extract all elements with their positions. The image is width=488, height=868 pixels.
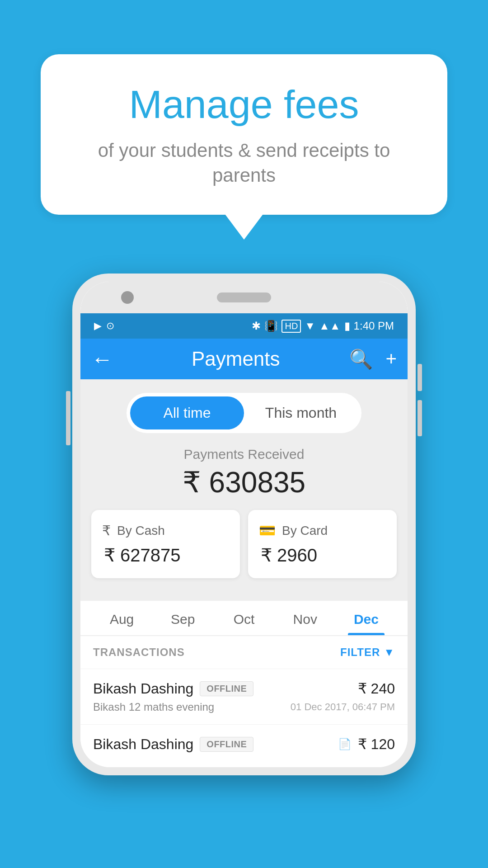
transaction-bottom: Bikash 12 maths evening 01 Dec 2017, 06:… [93,701,395,713]
play-icon: ▶ [94,320,102,332]
card-icon: 💳 [259,523,276,538]
hero-title: Manage fees [77,81,411,127]
back-button[interactable]: ← [91,347,113,372]
filter-icon: ▼ [384,646,395,659]
transaction-name: Bikash Dashing [93,680,193,697]
status-icons-left: ▶ ⊙ [94,320,114,332]
phone-container: ▶ ⊙ ✱ 📳 HD ▼ ▲▲ ▮ 1:40 PM ← Payments [0,274,488,775]
tab-aug[interactable]: Aug [91,601,152,635]
transaction-top-2: Bikash Dashing OFFLINE 📄 ₹ 120 [93,736,395,753]
app-title: Payments [122,348,349,370]
payments-total-amount: ₹ 630835 [91,466,397,499]
add-button[interactable]: + [385,348,397,370]
month-tabs: Aug Sep Oct Nov Dec [80,601,408,636]
bluetooth-icon: ✱ [252,320,261,332]
by-card-label: By Card [282,524,328,538]
filter-label: FILTER [340,646,380,659]
cards-row: ₹ By Cash ₹ 627875 💳 By Card ₹ 2960 [91,510,397,578]
status-bar: ▶ ⊙ ✱ 📳 HD ▼ ▲▲ ▮ 1:40 PM [80,313,408,339]
power-button [418,364,422,391]
offline-badge-2: OFFLINE [200,737,253,752]
transaction-left-2: Bikash Dashing OFFLINE [93,736,253,753]
battery-icon: ▮ [344,320,350,332]
transactions-label: TRANSACTIONS [93,646,185,659]
transaction-top: Bikash Dashing OFFLINE ₹ 240 [93,680,395,697]
by-cash-amount: ₹ 627875 [102,545,229,566]
this-month-tab[interactable]: This month [244,396,358,429]
phone-inner: ▶ ⊙ ✱ 📳 HD ▼ ▲▲ ▮ 1:40 PM ← Payments [80,282,408,767]
tab-nov[interactable]: Nov [275,601,336,635]
phone-top-bar [80,282,408,313]
tab-sep[interactable]: Sep [152,601,213,635]
speaker [217,292,271,302]
by-cash-label: By Cash [117,524,165,538]
transaction-date: 01 Dec 2017, 06:47 PM [291,701,395,713]
wifi-icon: ▼ [305,320,315,332]
transaction-left: Bikash Dashing OFFLINE [93,680,253,697]
transaction-row: Bikash Dashing OFFLINE ₹ 240 Bikash 12 m… [80,669,408,724]
filter-button[interactable]: FILTER ▼ [340,646,395,659]
volume-left-button [66,391,70,445]
tab-oct[interactable]: Oct [213,601,274,635]
by-card-amount: ₹ 2960 [259,545,386,566]
volume-button [418,400,422,436]
offline-badge: OFFLINE [200,681,253,696]
transaction-name-2: Bikash Dashing [93,736,193,753]
toggle-container: All time This month [127,393,361,433]
signal-icon: ▲▲ [319,320,341,332]
transaction-amount-2: ₹ 120 [358,736,395,753]
tab-dec[interactable]: Dec [336,601,397,635]
phone: ▶ ⊙ ✱ 📳 HD ▼ ▲▲ ▮ 1:40 PM ← Payments [72,274,416,775]
sync-icon: ⊙ [106,320,114,332]
cash-card-header: ₹ By Cash [102,523,229,538]
by-cash-card: ₹ By Cash ₹ 627875 [91,510,240,578]
all-time-tab[interactable]: All time [130,396,244,429]
hero-section: Manage fees of your students & send rece… [0,0,488,215]
transaction-row-2: Bikash Dashing OFFLINE 📄 ₹ 120 [80,724,408,767]
transaction-right-2: 📄 ₹ 120 [338,736,395,753]
speech-bubble: Manage fees of your students & send rece… [41,54,447,215]
card-card-header: 💳 By Card [259,523,386,538]
camera-icon [121,291,134,304]
status-right: ✱ 📳 HD ▼ ▲▲ ▮ 1:40 PM [252,320,394,333]
hd-badge: HD [282,320,301,333]
hero-subtitle: of your students & send receipts to pare… [77,138,411,188]
by-card-card: 💳 By Card ₹ 2960 [248,510,397,578]
cash-icon: ₹ [102,523,111,538]
transaction-amount: ₹ 240 [358,680,395,697]
payments-label: Payments Received [91,447,397,462]
search-button[interactable]: 🔍 [349,348,373,370]
transactions-header: TRANSACTIONS FILTER ▼ [80,636,408,669]
payments-summary: Payments Received ₹ 630835 [91,447,397,499]
receipt-icon: 📄 [338,738,352,750]
vibrate-icon: 📳 [264,320,278,332]
time-display: 1:40 PM [354,320,394,332]
transaction-desc: Bikash 12 maths evening [93,701,214,713]
content-area: All time This month Payments Received ₹ … [80,379,408,601]
app-bar-actions: 🔍 + [349,348,397,370]
app-bar: ← Payments 🔍 + [80,339,408,379]
